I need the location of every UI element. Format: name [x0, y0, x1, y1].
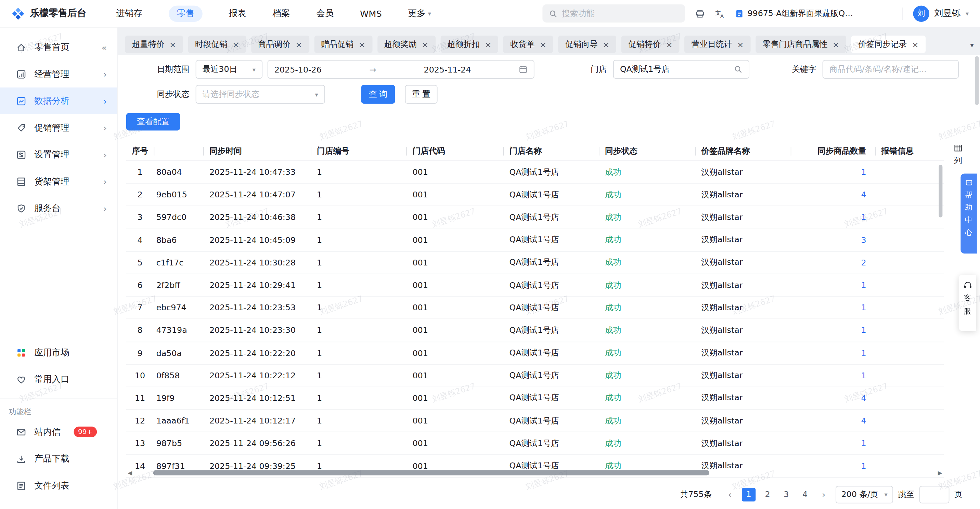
- nav-item-零售[interactable]: 零售: [169, 5, 202, 22]
- nav-item-WMS[interactable]: WMS: [360, 8, 382, 19]
- page-button-2[interactable]: 2: [760, 487, 774, 501]
- horizontal-scrollbar[interactable]: ◀ ▶: [126, 469, 944, 477]
- qty-link[interactable]: 1: [791, 161, 875, 183]
- qty-link[interactable]: 3: [791, 229, 875, 251]
- help-center-tab[interactable]: 帮助中心: [961, 174, 977, 254]
- column-header-门店代码[interactable]: 门店代码: [406, 141, 503, 161]
- printer-icon[interactable]: [695, 8, 705, 19]
- sidebar-item-服务台[interactable]: 服务台›: [0, 195, 117, 222]
- qty-link[interactable]: 1: [791, 206, 875, 228]
- tab-赠品促销[interactable]: 赠品促销×: [314, 36, 372, 53]
- view-config-button[interactable]: 查看配置: [126, 113, 180, 130]
- date-preset-select[interactable]: 最近30日 ▾: [196, 60, 262, 79]
- page-scrollbar[interactable]: [975, 56, 978, 105]
- close-tab-icon[interactable]: ×: [169, 40, 176, 49]
- nav-item-会员[interactable]: 会员: [316, 8, 334, 19]
- close-tab-icon[interactable]: ×: [737, 40, 744, 49]
- column-header-hidden[interactable]: [154, 141, 203, 161]
- close-tab-icon[interactable]: ×: [485, 40, 492, 49]
- tab-收货单[interactable]: 收货单×: [503, 36, 553, 53]
- qty-link[interactable]: 4: [791, 410, 875, 432]
- column-header-门店编号[interactable]: 门店编号: [311, 141, 406, 161]
- page-size-select[interactable]: 200 条/页 ▾: [835, 486, 893, 503]
- nav-item-报表[interactable]: 报表: [229, 8, 246, 19]
- qty-link[interactable]: 1: [791, 365, 875, 387]
- app-logo[interactable]: 乐檬零售后台: [11, 6, 86, 20]
- reset-button[interactable]: 重 置: [405, 85, 438, 103]
- sidebar-item-零售首页[interactable]: 零售首页«: [0, 34, 117, 61]
- sidebar-item-数据分析[interactable]: 数据分析›: [0, 87, 117, 115]
- column-header-同步时间[interactable]: 同步时间: [203, 141, 311, 161]
- qty-link[interactable]: 4: [791, 387, 875, 409]
- store-input[interactable]: QA测试1号店: [613, 60, 749, 79]
- close-tab-icon[interactable]: ×: [603, 40, 609, 49]
- scroll-left-icon[interactable]: ◀: [126, 470, 134, 476]
- tab-促销向导[interactable]: 促销向导×: [558, 36, 617, 53]
- qty-link[interactable]: 1: [791, 274, 875, 296]
- sidebar-item-文件列表[interactable]: 文件列表: [0, 472, 117, 499]
- date-range-input[interactable]: 2025-10-26 → 2025-11-24: [267, 60, 535, 79]
- company-selector[interactable]: 99675-A组新界面果蔬版QA测...: [735, 8, 858, 19]
- qty-link[interactable]: 2: [791, 251, 875, 273]
- scroll-right-icon[interactable]: ▶: [936, 470, 944, 476]
- sidebar-item-设置管理[interactable]: 设置管理›: [0, 141, 117, 168]
- close-tab-icon[interactable]: ×: [359, 40, 366, 49]
- tab-超量特价[interactable]: 超量特价×: [125, 36, 183, 53]
- tab-超额折扣[interactable]: 超额折扣×: [441, 36, 498, 53]
- column-header-序号[interactable]: 序号: [126, 141, 154, 161]
- column-header-同步商品数量[interactable]: 同步商品数量: [791, 141, 875, 161]
- close-tab-icon[interactable]: ×: [912, 40, 919, 49]
- close-tab-icon[interactable]: ×: [232, 40, 239, 49]
- global-search-input[interactable]: 搜索功能: [542, 5, 685, 22]
- qty-link[interactable]: 1: [791, 320, 875, 341]
- sidebar-item-促销管理[interactable]: 促销管理›: [0, 114, 117, 141]
- nav-item-更多[interactable]: 更多▾: [408, 8, 431, 19]
- sidebar-item-常用入口[interactable]: 常用入口: [0, 366, 117, 393]
- column-settings-button[interactable]: 列: [950, 144, 966, 166]
- sidebar-item-经营管理[interactable]: 经营管理›: [0, 60, 117, 87]
- horizontal-scroll-track[interactable]: [134, 470, 936, 476]
- sidebar-item-产品下载[interactable]: 产品下载: [0, 445, 117, 472]
- close-tab-icon[interactable]: ×: [832, 40, 839, 49]
- prev-page-button[interactable]: ‹: [723, 487, 737, 501]
- tab-价签同步记录[interactable]: 价签同步记录×: [851, 36, 926, 53]
- tab-零售门店商品属性[interactable]: 零售门店商品属性×: [756, 36, 846, 53]
- sidebar-item-站内信[interactable]: 站内信99+: [0, 418, 117, 445]
- tab-超额奖励[interactable]: 超额奖励×: [377, 36, 436, 53]
- sidebar-item-货架管理[interactable]: 货架管理›: [0, 168, 117, 195]
- column-header-同步状态[interactable]: 同步状态: [599, 141, 695, 161]
- next-page-button[interactable]: ›: [817, 487, 830, 501]
- horizontal-scroll-thumb[interactable]: [153, 470, 710, 476]
- nav-item-进销存[interactable]: 进销存: [116, 8, 143, 19]
- collapse-sidebar-icon[interactable]: «: [102, 43, 107, 52]
- qty-link[interactable]: 1: [791, 433, 875, 454]
- keyword-input[interactable]: 商品代码/条码/名称/速记...: [822, 60, 959, 79]
- jump-page-input[interactable]: [920, 486, 950, 503]
- query-button[interactable]: 查 询: [361, 85, 395, 103]
- vertical-scrollbar[interactable]: [939, 165, 942, 217]
- qty-link[interactable]: 1: [791, 342, 875, 364]
- user-menu[interactable]: 刘 刘昱铄 ▾: [913, 5, 969, 22]
- tab-商品调价[interactable]: 商品调价×: [251, 36, 309, 53]
- close-tab-icon[interactable]: ×: [296, 40, 302, 49]
- sync-status-select[interactable]: 请选择同步状态 ▾: [196, 85, 325, 103]
- page-button-1[interactable]: 1: [742, 487, 756, 501]
- tab-促销特价[interactable]: 促销特价×: [621, 36, 679, 53]
- page-button-4[interactable]: 4: [798, 487, 811, 501]
- tab-时段促销[interactable]: 时段促销×: [188, 36, 247, 53]
- translate-icon[interactable]: 文A: [715, 8, 725, 19]
- sidebar-item-应用市场[interactable]: 应用市场: [0, 339, 117, 366]
- close-tab-icon[interactable]: ×: [422, 40, 428, 49]
- column-header-报错信息[interactable]: 报错信息: [875, 141, 944, 161]
- tab-营业日统计[interactable]: 营业日统计×: [684, 36, 750, 53]
- nav-item-档案[interactable]: 档案: [272, 8, 290, 19]
- column-header-价签品牌名称[interactable]: 价签品牌名称: [695, 141, 791, 161]
- tabs-overflow-button[interactable]: ▾: [970, 41, 974, 49]
- close-tab-icon[interactable]: ×: [539, 40, 546, 49]
- column-header-门店名称[interactable]: 门店名称: [503, 141, 598, 161]
- customer-service-tab[interactable]: 客服: [959, 275, 976, 331]
- page-button-3[interactable]: 3: [780, 487, 793, 501]
- qty-link[interactable]: 1: [791, 297, 875, 318]
- qty-link[interactable]: 4: [791, 184, 875, 205]
- close-tab-icon[interactable]: ×: [666, 40, 673, 49]
